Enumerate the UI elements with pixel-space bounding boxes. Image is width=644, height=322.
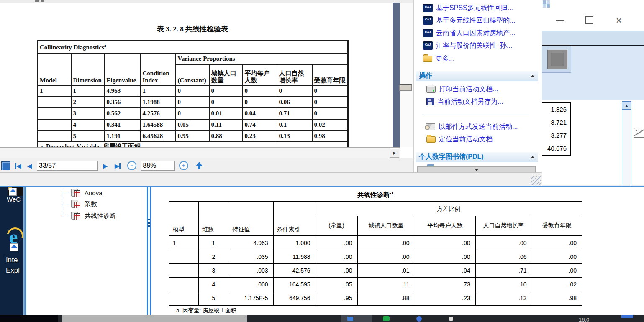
cell: .00 (415, 236, 475, 250)
first-page-icon[interactable]: ◀ (15, 163, 21, 169)
related-doc-link[interactable]: 基于SPSS多元线性回归... (423, 3, 513, 13)
tiles-icon (543, 0, 550, 8)
cell: 0 (176, 108, 209, 119)
col-header: 特征值 (229, 202, 273, 236)
image-placeholder-icon[interactable] (634, 128, 644, 138)
cell: .000 (229, 278, 273, 291)
horizontal-scrollbar[interactable] (0, 147, 400, 159)
zoom-in-icon[interactable]: + (179, 161, 188, 170)
table-footnote: a. 因变量: 房屋竣工面积 (176, 307, 236, 314)
cell: .00 (532, 264, 582, 278)
internet-explorer-icon[interactable]: e (6, 225, 24, 250)
thumbnail-view-icon[interactable] (1, 161, 10, 170)
cell: .73 (415, 278, 475, 291)
wechat-label[interactable]: WeC (7, 196, 23, 203)
cell: 0 (312, 108, 348, 119)
zoom-level-input[interactable] (141, 161, 175, 171)
taskbar-light-segment[interactable] (62, 315, 247, 322)
cell: 0.11 (209, 119, 243, 130)
blue-app-icon[interactable] (416, 316, 422, 322)
more-link[interactable]: 更多... (423, 53, 454, 64)
maximize-button[interactable] (580, 10, 599, 31)
cell: 4 (198, 278, 229, 291)
folder-open-icon (423, 56, 432, 62)
cell: .01 (357, 264, 415, 278)
table-row: 51.175E-5649.756.95.88.23.13.98 (169, 291, 582, 306)
taskbar-active-button[interactable] (341, 315, 372, 322)
vertical-scrollbar[interactable]: ▲ (622, 101, 631, 186)
cell: 164.595 (273, 278, 316, 291)
cell: .06 (475, 250, 532, 264)
caj-file-icon (423, 41, 433, 50)
shortcut-arrow-icon (10, 243, 18, 251)
tree-item-anova[interactable]: Anova (71, 187, 103, 198)
col-header: 条件索引 (273, 202, 316, 236)
scrollbar-thumb[interactable] (399, 84, 412, 91)
ie-label-line1[interactable]: Inte (6, 256, 24, 264)
cell: .00 (357, 236, 415, 250)
page-up-icon[interactable] (196, 162, 203, 169)
tree-item-collinearity[interactable]: 共线性诊断 (71, 210, 116, 221)
minimize-button[interactable] (550, 10, 570, 31)
tree-item-coefficients[interactable]: 系数 (71, 199, 97, 210)
email-document-link[interactable]: 以邮件方式发送当前活动... (426, 121, 518, 132)
link-label: 更多... (436, 54, 454, 63)
col-header: 受教育年限 (312, 64, 348, 85)
table-caption: Collinearity Diagnosticsa (38, 41, 348, 54)
link-label: 基于多元线性回归模型的... (436, 16, 515, 25)
cell: .23 (415, 291, 475, 306)
page-thumbnail[interactable] (542, 46, 571, 73)
caj-file-icon (423, 29, 433, 37)
related-doc-link[interactable]: 云南省人口因素对房地产... (423, 28, 515, 38)
cell (38, 108, 71, 119)
cell: 1 (198, 236, 229, 250)
col-header: (常量) (316, 216, 357, 236)
pane-splitter[interactable] (146, 187, 152, 315)
green-app-icon[interactable] (383, 316, 390, 321)
section-title: 个人数字图书馆(PDL) (419, 153, 484, 161)
operations-section-header[interactable]: 操作 (416, 71, 538, 81)
resize-grip[interactable] (531, 176, 541, 185)
last-page-icon[interactable]: ▶ (115, 163, 121, 169)
window-border[interactable] (23, 187, 26, 315)
pdl-section-header[interactable]: 个人数字图书馆(PDL) (416, 152, 538, 162)
scroll-up-icon[interactable]: ▲ (622, 102, 631, 110)
cell: .00 (532, 236, 582, 250)
preview-window-titlebar[interactable]: × (541, 10, 644, 31)
save-as-link[interactable]: 当前活动文档另存为... (426, 96, 503, 107)
table-row: 114.9631.000.00.00.00.00.00 (169, 236, 582, 250)
cell (169, 291, 198, 306)
collapse-arrow-icon[interactable] (531, 75, 535, 77)
ie-label-line2[interactable]: Expl (6, 266, 24, 275)
collapse-arrow-icon[interactable] (531, 156, 535, 158)
scroll-right-icon[interactable]: ▶ (390, 148, 399, 158)
sidebar-scroll-down-button[interactable] (417, 166, 536, 172)
cell: .003 (229, 264, 273, 278)
prev-page-icon[interactable]: ◀ (27, 163, 32, 169)
zoom-out-icon[interactable]: − (127, 161, 136, 170)
tray-icon[interactable] (449, 317, 453, 321)
cell: 0.88 (209, 130, 243, 142)
toolbar-remnant (41, 0, 44, 2)
page-number-input[interactable] (37, 161, 98, 171)
print-document-link[interactable]: 打印当前活动文档... (426, 84, 498, 95)
cell: 0.98 (312, 130, 348, 142)
cell: 1 (141, 85, 176, 97)
header-row: Model Dimension Eigenvalue Condition Ind… (38, 53, 348, 64)
related-doc-link[interactable]: 汇率与股价的关联性_孙... (423, 40, 512, 51)
next-page-icon[interactable]: ▶ (103, 163, 108, 169)
table-row: 2.03511.988.00.00.00.06.00 (169, 250, 582, 264)
cell: 0 (243, 85, 277, 97)
link-label: 汇率与股价的关联性_孙... (436, 41, 512, 50)
clock[interactable]: 16:0 (579, 317, 596, 322)
section-title: 操作 (419, 72, 432, 80)
cell (38, 119, 71, 130)
close-button[interactable]: × (609, 10, 629, 31)
related-doc-link[interactable]: 基于多元线性回归模型的... (423, 15, 515, 26)
caption-row: Collinearity Diagnosticsa (38, 41, 348, 54)
cell: .95 (316, 291, 357, 306)
show-desktop-button[interactable] (621, 315, 633, 318)
locate-document-link[interactable]: 定位当前活动文档 (426, 134, 493, 145)
cell: 2 (198, 250, 229, 264)
cell: .00 (316, 236, 357, 250)
